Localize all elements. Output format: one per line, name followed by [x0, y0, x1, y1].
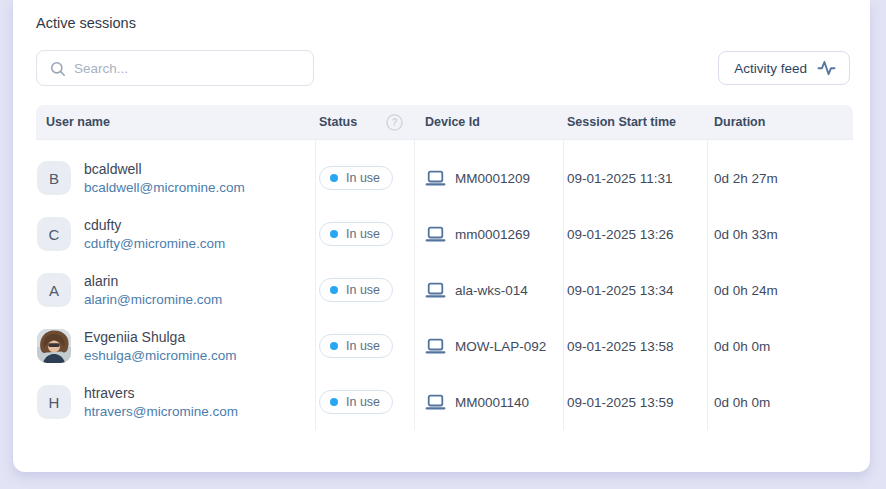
table-row: Evgeniia Shulga eshulga@micromine.com In… — [36, 318, 853, 374]
status-label: In use — [346, 227, 380, 241]
device-id: ala-wks-014 — [455, 283, 528, 298]
status-cell: In use — [315, 278, 414, 302]
session-duration: 0d 2h 27m — [707, 171, 853, 186]
user-email[interactable]: alarin@micromine.com — [84, 292, 222, 307]
status-cell: In use — [315, 390, 414, 414]
session-start-time: 09-01-2025 11:31 — [563, 171, 707, 186]
status-badge: In use — [319, 222, 393, 246]
session-duration: 0d 0h 24m — [707, 283, 853, 298]
table-row: H htravers htravers@micromine.com — [36, 374, 853, 430]
laptop-icon — [425, 225, 446, 243]
device-id: MM0001209 — [455, 171, 530, 186]
help-circle-icon[interactable]: ? — [386, 114, 403, 131]
device-id: mm0001269 — [455, 227, 530, 242]
status-dot-icon — [330, 398, 338, 406]
column-header-device-id: Device Id — [414, 115, 563, 129]
session-start-time: 09-01-2025 13:58 — [563, 339, 707, 354]
column-header-session-start: Session Start time — [563, 115, 707, 129]
status-label: In use — [346, 171, 380, 185]
column-header-status: Status ? — [315, 114, 414, 131]
table-row: A alarin alarin@micromine.com — [36, 262, 853, 318]
column-divider — [563, 140, 564, 430]
laptop-icon — [425, 281, 446, 299]
status-label: In use — [346, 283, 380, 297]
status-badge: In use — [319, 334, 393, 358]
status-label: In use — [346, 339, 380, 353]
column-header-duration: Duration — [707, 115, 853, 129]
status-cell: In use — [315, 166, 414, 190]
laptop-icon — [425, 393, 446, 411]
table-header: User name Status ? Device Id Session Sta… — [36, 105, 853, 140]
status-dot-icon — [330, 286, 338, 294]
session-start-time: 09-01-2025 13:59 — [563, 395, 707, 410]
column-header-user-name: User name — [36, 115, 315, 129]
user-name: alarin — [84, 273, 222, 289]
device-cell: MM0001209 — [414, 169, 563, 187]
activity-feed-button[interactable]: Activity feed — [718, 51, 850, 85]
user-name: Evgeniia Shulga — [84, 329, 237, 345]
user-name: htravers — [84, 385, 238, 401]
table-body: B bcaldwell bcaldwell@micromine.com — [36, 150, 853, 430]
status-badge: In use — [319, 278, 393, 302]
laptop-icon — [425, 337, 446, 355]
user-name: cdufty — [84, 217, 225, 233]
svg-text:?: ? — [391, 117, 397, 128]
user-cell: B bcaldwell bcaldwell@micromine.com — [36, 161, 315, 195]
user-email[interactable]: htravers@micromine.com — [84, 404, 238, 419]
device-cell: mm0001269 — [414, 225, 563, 243]
avatar: H — [37, 385, 71, 419]
user-cell: Evgeniia Shulga eshulga@micromine.com — [36, 329, 315, 363]
page-title: Active sessions — [36, 15, 136, 31]
status-cell: In use — [315, 334, 414, 358]
status-dot-icon — [330, 230, 338, 238]
column-divider — [707, 140, 708, 430]
user-email[interactable]: cdufty@micromine.com — [84, 236, 225, 251]
activity-feed-label: Activity feed — [734, 61, 807, 76]
user-cell: H htravers htravers@micromine.com — [36, 385, 315, 419]
device-id: MM0001140 — [455, 395, 529, 410]
column-divider — [414, 140, 415, 430]
column-divider — [315, 140, 316, 430]
session-duration: 0d 0h 33m — [707, 227, 853, 242]
status-badge: In use — [319, 390, 393, 414]
avatar: C — [37, 217, 71, 251]
user-cell: C cdufty cdufty@micromine.com — [36, 217, 315, 251]
laptop-icon — [425, 169, 446, 187]
status-cell: In use — [315, 222, 414, 246]
session-start-time: 09-01-2025 13:26 — [563, 227, 707, 242]
avatar: B — [37, 161, 71, 195]
avatar-photo — [37, 329, 71, 363]
user-email[interactable]: eshulga@micromine.com — [84, 348, 237, 363]
active-sessions-card: Active sessions Activity feed User name … — [13, 0, 870, 472]
user-name: bcaldwell — [84, 161, 245, 177]
table-row: B bcaldwell bcaldwell@micromine.com — [36, 150, 853, 206]
active-sessions-table: User name Status ? Device Id Session Sta… — [36, 105, 853, 430]
activity-pulse-icon — [817, 59, 836, 77]
device-id: MOW-LAP-092 — [455, 339, 546, 354]
user-email[interactable]: bcaldwell@micromine.com — [84, 180, 245, 195]
avatar: A — [37, 273, 71, 307]
status-dot-icon — [330, 342, 338, 350]
status-badge: In use — [319, 166, 393, 190]
status-dot-icon — [330, 174, 338, 182]
session-duration: 0d 0h 0m — [707, 395, 853, 410]
table-row: C cdufty cdufty@micromine.com — [36, 206, 853, 262]
status-label: In use — [346, 395, 380, 409]
device-cell: MM0001140 — [414, 393, 563, 411]
session-start-time: 09-01-2025 13:34 — [563, 283, 707, 298]
device-cell: MOW-LAP-092 — [414, 337, 563, 355]
device-cell: ala-wks-014 — [414, 281, 563, 299]
session-duration: 0d 0h 0m — [707, 339, 853, 354]
search-input[interactable] — [37, 51, 313, 85]
user-cell: A alarin alarin@micromine.com — [36, 273, 315, 307]
search-box — [36, 50, 314, 86]
